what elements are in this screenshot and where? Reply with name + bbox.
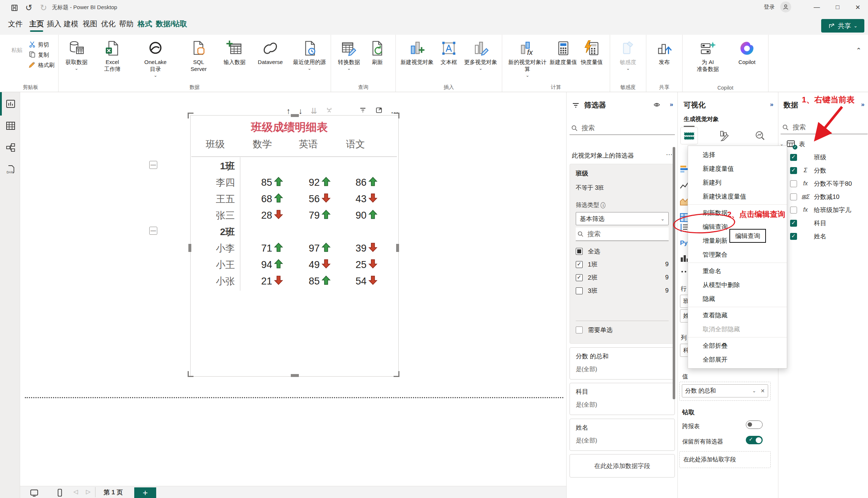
ribbon-button-quick-measure[interactable]: 快度量值: [578, 38, 606, 70]
close-button[interactable]: ✕: [852, 2, 863, 12]
menu-tab-home[interactable]: 主页: [29, 19, 44, 29]
table-row[interactable]: 张三287990: [191, 207, 399, 224]
go-to-next-level-icon[interactable]: ⇊: [311, 106, 317, 116]
menu-tab-modeling[interactable]: 建模: [64, 19, 78, 29]
report-view-icon[interactable]: [5, 99, 16, 109]
ribbon-button-recent-sources[interactable]: 最近使用的源⌄: [292, 38, 327, 70]
filter-option-class2[interactable]: 2班9: [576, 271, 669, 284]
filters-on-visual-icon[interactable]: [359, 106, 367, 116]
eye-icon[interactable]: [653, 101, 661, 110]
collapse-group-icon[interactable]: —: [149, 161, 157, 169]
mobile-layout-icon[interactable]: [55, 488, 64, 498]
table-row[interactable]: 小张218554: [191, 273, 399, 290]
ribbon-button-transform-data[interactable]: 转换数据⌄: [335, 38, 363, 70]
filter-card-subject[interactable]: 科目 是(全部): [570, 383, 675, 415]
table-group-row[interactable]: —1班: [191, 158, 399, 174]
field-checkbox-icon[interactable]: [790, 220, 797, 227]
table-row[interactable]: 王五685643: [191, 191, 399, 207]
field-checkbox-icon[interactable]: [790, 193, 797, 200]
context-menu-item-new-column[interactable]: 新建列: [688, 176, 787, 189]
filter-option-class3[interactable]: 3班9: [576, 284, 669, 297]
filter-card-name[interactable]: 姓名 是(全部): [570, 419, 675, 451]
dax-query-view-icon[interactable]: DAX: [5, 165, 16, 175]
menu-tab-format[interactable]: 格式: [138, 19, 152, 29]
remove-field-icon[interactable]: ✕: [760, 388, 765, 394]
menu-tab-optimize[interactable]: 优化: [101, 19, 116, 29]
section-more-icon[interactable]: ...: [666, 149, 673, 157]
add-data-field-well[interactable]: 在此处添加数据字段: [570, 454, 675, 478]
checkbox-icon[interactable]: [576, 248, 583, 255]
context-menu-item-manage-aggregations[interactable]: 管理聚合: [688, 248, 787, 261]
field-row-name[interactable]: 姓名: [778, 230, 868, 243]
ribbon-button-format-painter[interactable]: 格式刷: [29, 61, 55, 69]
menu-tab-file[interactable]: 文件: [8, 19, 23, 29]
field-checkbox-icon[interactable]: [790, 167, 797, 174]
checkbox-icon[interactable]: [576, 287, 583, 294]
table-view-icon[interactable]: [5, 121, 16, 131]
ribbon-button-prep-ai-data[interactable]: 为 AI 准备数据: [686, 38, 729, 77]
ribbon-button-sql-server[interactable]: SQL Server: [177, 38, 220, 77]
ribbon-button-more-visuals[interactable]: 更多视觉对象⌄: [463, 38, 498, 70]
context-menu-item-hide[interactable]: 隐藏: [688, 292, 787, 306]
ribbon-button-paste[interactable]: 粘贴: [7, 38, 27, 54]
undo-icon[interactable]: ↺: [24, 3, 34, 12]
context-menu-item-new-quick-measure[interactable]: 新建快速度量值: [688, 189, 787, 203]
collapse-viz-pane-icon[interactable]: »: [770, 101, 773, 108]
ribbon-button-enter-data[interactable]: 输入数据: [220, 38, 249, 70]
context-menu-item-collapse-all[interactable]: 全部折叠: [688, 339, 787, 352]
drill-down-icon[interactable]: ↓: [298, 106, 303, 116]
checkbox-icon[interactable]: [576, 261, 583, 268]
filter-type-dropdown[interactable]: 基本筛选⌄: [576, 212, 669, 225]
table-group-row[interactable]: —2班: [191, 224, 399, 240]
avatar[interactable]: [780, 1, 791, 12]
filter-option-class1[interactable]: 1班9: [576, 258, 669, 271]
report-canvas[interactable]: ↑ ↓ ⇊ ... 班级成绩明细表 班级数学英语语文 —1班李四859286王五…: [20, 92, 566, 498]
column-header[interactable]: 班级: [191, 136, 240, 151]
ribbon-button-copy[interactable]: 复制: [29, 51, 55, 59]
page-tab[interactable]: 第 1 页: [104, 488, 123, 497]
field-row-score[interactable]: Σ分数: [778, 164, 868, 177]
filter-value-search[interactable]: 搜索: [576, 227, 669, 241]
table-visual[interactable]: 班级成绩明细表 班级数学英语语文 —1班李四859286王五685643张三28…: [190, 115, 399, 377]
ribbon-button-cut[interactable]: 剪切: [29, 41, 55, 49]
table-row[interactable]: 李四859286: [191, 174, 399, 191]
next-page-icon[interactable]: ▷: [86, 488, 90, 495]
field-row-subject[interactable]: 科目: [778, 216, 868, 230]
drill-up-icon[interactable]: ↑: [286, 106, 290, 116]
ribbon-collapse-icon[interactable]: ⌃: [856, 46, 861, 54]
focus-mode-icon[interactable]: [375, 106, 383, 116]
minimize-button[interactable]: —: [811, 2, 822, 12]
maximize-button[interactable]: □: [832, 2, 843, 12]
build-visual-tab[interactable]: [681, 127, 698, 144]
require-single-select[interactable]: 需要单选: [576, 323, 669, 336]
ribbon-button-new-visual[interactable]: 新建视觉对象: [399, 38, 435, 70]
expand-all-icon[interactable]: [325, 106, 333, 116]
context-menu-item-expand-all[interactable]: 全部展开: [688, 352, 787, 366]
ribbon-button-sensitivity-btn[interactable]: 敏感度⌄: [614, 38, 642, 70]
field-row-score-ne-80[interactable]: fx分数不等于80: [778, 177, 868, 190]
field-checkbox-icon[interactable]: [790, 154, 797, 161]
model-view-icon[interactable]: [5, 143, 16, 153]
menu-tab-data-drill[interactable]: 数据/钻取: [156, 19, 187, 29]
ribbon-button-dataverse[interactable]: Dataverse: [249, 38, 292, 70]
field-row-class-suffix[interactable]: fx给班级加字儿: [778, 203, 868, 216]
field-row-class[interactable]: 班级: [778, 151, 868, 164]
table-row[interactable]: 小李719739: [191, 240, 399, 257]
new-page-button[interactable]: +: [134, 487, 156, 498]
field-checkbox-icon[interactable]: [790, 233, 797, 240]
cross-report-toggle[interactable]: [746, 420, 763, 429]
ribbon-button-new-visual-calc[interactable]: fx新的视觉对象计算⌄: [506, 38, 549, 77]
context-menu-item-delete-from-model[interactable]: 从模型中删除: [688, 278, 787, 292]
collapse-filter-pane-icon[interactable]: »: [670, 101, 673, 108]
field-checkbox-icon[interactable]: [790, 207, 797, 214]
ribbon-button-get-data[interactable]: 获取数据⌄: [62, 38, 91, 70]
ribbon-button-text-box[interactable]: 文本框: [435, 38, 463, 70]
well-pill-score-sum[interactable]: 分数 的总和 ⌄✕: [682, 384, 768, 397]
table-row[interactable]: 小王944925: [191, 257, 399, 273]
field-row-score-minus-10[interactable]: ⊞Σ分数减10: [778, 190, 868, 203]
ribbon-button-copilot-btn[interactable]: Copilot: [729, 38, 764, 70]
column-header[interactable]: 数学: [240, 136, 285, 151]
share-button[interactable]: 共享 ⌄: [821, 19, 864, 33]
analytics-tab[interactable]: [752, 127, 769, 144]
filter-search[interactable]: 搜索: [570, 121, 675, 135]
